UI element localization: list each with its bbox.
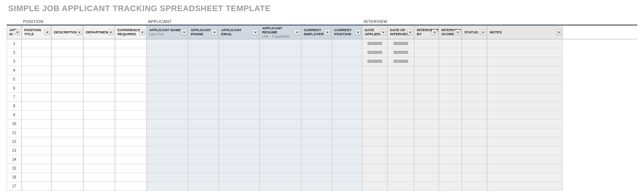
cell-r2-c0[interactable]: 3 [7, 57, 22, 66]
cell-r1-c8[interactable] [260, 48, 301, 57]
cell-r2-c10[interactable] [332, 57, 362, 66]
cell-r3-c7[interactable] [219, 66, 260, 75]
cell-r7-c6[interactable] [188, 102, 219, 111]
cell-r1-c6[interactable] [188, 48, 219, 57]
cell-r15-c8[interactable] [260, 173, 301, 182]
cell-r9-c11[interactable] [362, 120, 387, 128]
cell-r8-c15[interactable] [462, 111, 487, 120]
cell-r12-c4[interactable] [115, 146, 146, 155]
filter-dropdown-icon[interactable] [432, 30, 437, 35]
cell-r8-c10[interactable] [332, 111, 362, 120]
cell-r6-c9[interactable] [301, 93, 332, 102]
cell-r12-c12[interactable] [387, 146, 414, 155]
cell-r10-c16[interactable] [487, 128, 563, 137]
cell-r5-c10[interactable] [332, 84, 362, 93]
cell-r8-c9[interactable] [301, 111, 332, 120]
cell-r10-c9[interactable] [301, 128, 332, 137]
cell-r7-c16[interactable] [487, 102, 563, 111]
cell-r6-c13[interactable] [414, 93, 439, 102]
cell-r7-c5[interactable] [146, 102, 188, 111]
cell-r4-c3[interactable] [83, 75, 115, 84]
cell-r9-c10[interactable] [332, 120, 362, 128]
cell-r8-c0[interactable]: 9 [7, 111, 22, 120]
cell-r9-c14[interactable] [439, 120, 462, 128]
cell-r14-c8[interactable] [260, 164, 301, 173]
cell-r7-c8[interactable] [260, 102, 301, 111]
cell-r11-c5[interactable] [146, 137, 188, 146]
cell-r0-c0[interactable]: 1 [7, 39, 22, 48]
cell-r15-c9[interactable] [301, 173, 332, 182]
cell-r12-c9[interactable] [301, 146, 332, 155]
cell-r6-c3[interactable] [83, 93, 115, 102]
cell-r10-c11[interactable] [362, 128, 387, 137]
cell-r9-c12[interactable] [387, 120, 414, 128]
column-header-3[interactable]: DEPARTMENT [83, 26, 115, 39]
filter-dropdown-icon[interactable] [407, 30, 413, 35]
cell-r5-c2[interactable] [51, 84, 83, 93]
cell-r1-c7[interactable] [219, 48, 260, 57]
cell-r7-c9[interactable] [301, 102, 332, 111]
cell-r2-c16[interactable] [487, 57, 563, 66]
filter-dropdown-icon[interactable] [15, 30, 20, 35]
cell-r3-c11[interactable] [362, 66, 387, 75]
cell-r13-c8[interactable] [260, 155, 301, 164]
cell-r1-c14[interactable] [439, 48, 462, 57]
cell-r5-c8[interactable] [260, 84, 301, 93]
cell-r6-c2[interactable] [51, 93, 83, 102]
cell-r13-c15[interactable] [462, 155, 487, 164]
cell-r7-c3[interactable] [83, 102, 115, 111]
cell-r1-c11[interactable]: 00/00/00 [362, 48, 387, 57]
column-header-1[interactable]: POSITION TITLE [22, 26, 51, 39]
cell-r11-c6[interactable] [188, 137, 219, 146]
cell-r5-c3[interactable] [83, 84, 115, 93]
filter-dropdown-icon[interactable] [380, 30, 386, 35]
cell-r5-c6[interactable] [188, 84, 219, 93]
cell-r4-c11[interactable] [362, 75, 387, 84]
cell-r2-c14[interactable] [439, 57, 462, 66]
cell-r14-c6[interactable] [188, 164, 219, 173]
cell-r8-c1[interactable] [22, 111, 51, 120]
cell-r14-c15[interactable] [462, 164, 487, 173]
column-header-8[interactable]: APPLICANT RESUMELink – if applicable [260, 26, 301, 39]
cell-r14-c11[interactable] [362, 164, 387, 173]
cell-r16-c7[interactable] [219, 182, 260, 191]
filter-dropdown-icon[interactable] [44, 30, 50, 35]
cell-r4-c0[interactable]: 5 [7, 75, 22, 84]
cell-r5-c12[interactable] [387, 84, 414, 93]
cell-r3-c4[interactable] [115, 66, 146, 75]
cell-r13-c1[interactable] [22, 155, 51, 164]
cell-r2-c5[interactable] [146, 57, 188, 66]
cell-r15-c2[interactable] [51, 173, 83, 182]
cell-r1-c1[interactable] [22, 48, 51, 57]
cell-r16-c4[interactable] [115, 182, 146, 191]
cell-r7-c14[interactable] [439, 102, 462, 111]
cell-r6-c4[interactable] [115, 93, 146, 102]
column-header-13[interactable]: INTERVIEWED BY [414, 26, 439, 39]
cell-r0-c6[interactable] [188, 39, 219, 48]
cell-r1-c2[interactable] [51, 48, 83, 57]
cell-r16-c5[interactable] [146, 182, 188, 191]
cell-r2-c7[interactable] [219, 57, 260, 66]
cell-r15-c12[interactable] [387, 173, 414, 182]
cell-r1-c10[interactable] [332, 48, 362, 57]
filter-dropdown-icon[interactable] [355, 30, 361, 35]
cell-r10-c8[interactable] [260, 128, 301, 137]
cell-r5-c1[interactable] [22, 84, 51, 93]
column-header-10[interactable]: CURRENT POSITION [332, 26, 362, 39]
column-header-15[interactable]: STATUS [462, 26, 487, 39]
cell-r4-c8[interactable] [260, 75, 301, 84]
cell-r2-c2[interactable] [51, 57, 83, 66]
cell-r15-c4[interactable] [115, 173, 146, 182]
cell-r15-c13[interactable] [414, 173, 439, 182]
cell-r16-c8[interactable] [260, 182, 301, 191]
column-header-11[interactable]: DATE APPLIED [362, 26, 387, 39]
cell-r11-c13[interactable] [414, 137, 439, 146]
cell-r10-c3[interactable] [83, 128, 115, 137]
cell-r6-c10[interactable] [332, 93, 362, 102]
cell-r16-c2[interactable] [51, 182, 83, 191]
cell-r15-c6[interactable] [188, 173, 219, 182]
cell-r0-c1[interactable] [22, 39, 51, 48]
cell-r12-c11[interactable] [362, 146, 387, 155]
cell-r15-c1[interactable] [22, 173, 51, 182]
cell-r4-c10[interactable] [332, 75, 362, 84]
